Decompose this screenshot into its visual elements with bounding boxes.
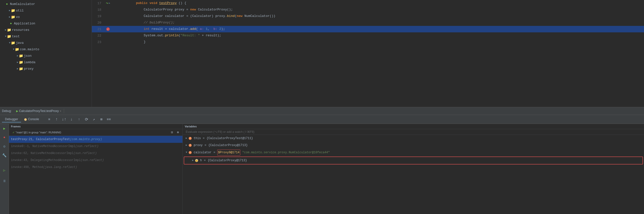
field-icon: f bbox=[189, 144, 192, 147]
var-item-h[interactable]: ▶ 🔒 h = {CalculatorProxy@1713} bbox=[184, 157, 643, 164]
file-tree-sidebar: ● NumCalculator ▶ 📁 util ▶ 📁 vo ● Applic… bbox=[0, 0, 92, 107]
breakpoint-icon[interactable]: ✓ bbox=[106, 27, 110, 31]
line-gutter-21: ✓ bbox=[104, 27, 112, 31]
code-editor: 17 ↷ ⊳ public void testProxy () { 18 Cal… bbox=[92, 0, 644, 107]
toolbar-btn-run-to-cursor[interactable]: ↑ bbox=[76, 116, 82, 123]
tab-debugger[interactable]: Debugger bbox=[2, 117, 21, 123]
folder-icon: 📁 bbox=[7, 28, 11, 32]
debug-label: Debug: bbox=[2, 109, 12, 113]
settings-gear-icon[interactable]: ⚙ bbox=[1, 143, 8, 150]
bookmark-icon: ⊳ bbox=[109, 2, 110, 5]
frames-panel-header: Frames bbox=[9, 124, 182, 129]
spring-icon: ● bbox=[5, 2, 9, 6]
expand-arrow-icon: ▶ bbox=[192, 158, 194, 163]
panels-row: ▶ ● ⚙ 🔧 ▷ ⏸ Frames ✓ "main"@1 in group "… bbox=[0, 124, 644, 214]
folder-icon: 📁 bbox=[11, 9, 15, 13]
toolbar-btn-step-out[interactable]: ↓ bbox=[68, 116, 75, 123]
sidebar-item-label: test bbox=[12, 34, 20, 39]
filter-icon[interactable]: ⊡ bbox=[170, 130, 174, 135]
expand-arrow-icon: ▼ bbox=[186, 150, 187, 155]
toolbar-btn-watch[interactable]: ⊞ bbox=[98, 116, 104, 123]
sidebar-item-proxy[interactable]: ▶ 📁 proxy bbox=[0, 66, 92, 72]
console-icon: ⬤ bbox=[24, 118, 27, 121]
line-number-21: 21 bbox=[92, 27, 104, 31]
line-number-20: 20 bbox=[92, 21, 104, 25]
field-icon: f bbox=[189, 137, 192, 140]
wrench-icon[interactable]: 🔧 bbox=[1, 152, 8, 159]
sidebar-item-label: NumCalculator bbox=[10, 2, 35, 7]
sidebar-item-label: Application bbox=[14, 21, 35, 26]
step-over-icon: ↷ bbox=[106, 1, 108, 6]
sidebar-item-label: vo bbox=[16, 15, 20, 20]
arrow-right-icon: ▶ bbox=[17, 53, 18, 59]
toolbar-btn-lines[interactable]: ≡ bbox=[46, 116, 52, 123]
resume-icon[interactable]: ▶ bbox=[1, 125, 8, 132]
sidebar-item-java[interactable]: ▼ 📁 java bbox=[0, 40, 92, 46]
expand-icon[interactable]: ⊕ bbox=[176, 130, 180, 135]
running-status: ✓ "main"@1 in group "main": RUNNING bbox=[11, 130, 63, 135]
toolbar-btn-step-into[interactable]: ↓↑ bbox=[61, 116, 67, 123]
sidebar-item-util[interactable]: ▶ 📁 util bbox=[0, 8, 92, 14]
line-number-17: 17 bbox=[92, 2, 104, 5]
lock-icon: 🔒 bbox=[195, 159, 198, 162]
expand-arrow-icon: ▶ bbox=[186, 143, 187, 148]
toolbar-btn-goto[interactable]: ↗ bbox=[90, 116, 97, 123]
frame-item-2[interactable]: invoke:62, NativeMethodAccessorImpl (sun… bbox=[9, 150, 182, 157]
arrow-down-icon: ▼ bbox=[9, 40, 10, 46]
toolbar-btn-settings[interactable]: ≡≡ bbox=[106, 116, 112, 123]
arrow-right-icon: ▶ bbox=[9, 15, 10, 20]
sidebar-item-test[interactable]: ▼ 📁 test bbox=[0, 33, 92, 40]
field-icon: f bbox=[189, 151, 192, 154]
frames-toolbar-row: ✓ "main"@1 in group "main": RUNNING ⊡ ⊕ bbox=[9, 129, 182, 136]
arrow-right-icon: ▶ bbox=[9, 8, 10, 14]
sidebar-item-json[interactable]: ▶ 📁 json bbox=[0, 53, 92, 59]
sidebar-item-label: com.mainto bbox=[20, 47, 39, 52]
frame-item-1[interactable]: invoke0:-1, NativeMethodAccessorImpl (su… bbox=[9, 143, 182, 150]
sidebar-item-application[interactable]: ● Application bbox=[0, 20, 92, 27]
sidebar-item-resources[interactable]: ▶ 📁 resources bbox=[0, 27, 92, 33]
sidebar-item-com-mainto[interactable]: ▼ 📁 com.mainto bbox=[0, 46, 92, 53]
frame-item-4[interactable]: invoke:498, Method (java.lang.reflect) bbox=[9, 164, 182, 171]
check-icon: ✓ bbox=[12, 131, 15, 134]
sidebar-item-vo[interactable]: ▶ 📁 vo bbox=[0, 14, 92, 20]
arrow-right-icon: ▶ bbox=[5, 27, 6, 33]
sidebar-item-numcalculator[interactable]: ● NumCalculator bbox=[0, 1, 92, 8]
code-lines: 17 ↷ ⊳ public void testProxy () { 18 Cal… bbox=[92, 0, 644, 45]
tab-console[interactable]: ⬤ Console bbox=[21, 117, 42, 123]
var-item-proxy[interactable]: ▶ f proxy = {CalculatorProxy@1713} bbox=[183, 142, 644, 149]
bottom-panel: Debugger ⬤ Console ≡ ↑ ↓↑ ↓ ↑ ⟳ ↗ ⊞ ≡≡ ▶… bbox=[0, 115, 644, 214]
var-item-this[interactable]: ▶ f this = {CalculatorProxyTest@1711} bbox=[183, 135, 644, 142]
line-number-22: 22 bbox=[92, 34, 104, 38]
line-gutter-17: ↷ ⊳ bbox=[104, 1, 112, 6]
pause-program-icon[interactable]: ⏸ bbox=[1, 178, 8, 185]
line-number-23: 23 bbox=[92, 40, 104, 44]
spring-icon: ● bbox=[9, 22, 13, 26]
line-number-18: 18 bbox=[92, 8, 104, 12]
folder-icon: 📁 bbox=[15, 48, 19, 52]
frame-item-0[interactable]: testProxy:21, CalculatorProxyTest (com.m… bbox=[9, 136, 182, 143]
evaluate-bar[interactable]: Evaluate expression (⌥F8) or add a watch… bbox=[183, 129, 644, 135]
pause-icon[interactable]: ● bbox=[1, 134, 8, 141]
running-text: "main"@1 in group "main": RUNNING bbox=[16, 131, 61, 134]
folder-icon: 📁 bbox=[7, 35, 11, 39]
sidebar-item-label: java bbox=[16, 40, 24, 46]
frames-panel: Frames ✓ "main"@1 in group "main": RUNNI… bbox=[9, 124, 183, 214]
close-tab-icon[interactable]: × bbox=[60, 110, 61, 113]
evaluate-placeholder: Evaluate expression (⌥F8) or add a watch… bbox=[186, 130, 254, 134]
sidebar-item-label: resources bbox=[12, 27, 29, 33]
arrow-down-icon: ▼ bbox=[13, 47, 14, 52]
frames-header-label: Frames bbox=[11, 125, 20, 128]
frame-item-3[interactable]: invoke:43, DelegatingMethodAccessorImpl … bbox=[9, 157, 182, 164]
code-content-23[interactable]: } bbox=[112, 32, 644, 52]
play-debug-icon[interactable]: ▷ bbox=[1, 167, 8, 174]
toolbar-btn-evaluate[interactable]: ⟳ bbox=[83, 116, 90, 123]
main-container: ● NumCalculator ▶ 📁 util ▶ 📁 vo ● Applic… bbox=[0, 0, 644, 214]
var-item-calculator[interactable]: ▼ f calculator = $Proxy9@1714 "com.maint… bbox=[183, 149, 644, 156]
frame-list: testProxy:21, CalculatorProxyTest (com.m… bbox=[9, 136, 182, 214]
tab-group: Debugger ⬤ Console bbox=[2, 117, 42, 123]
folder-icon: 📁 bbox=[19, 54, 23, 58]
toolbar-btn-step-over[interactable]: ↑ bbox=[54, 116, 60, 123]
debug-tab-calculatorproxytest[interactable]: ▶ CalculatorProxyTest.testProxy × bbox=[14, 109, 64, 113]
var-list: ▶ f this = {CalculatorProxyTest@1711} ▶ … bbox=[183, 135, 644, 214]
sidebar-item-lambda[interactable]: ▶ 📁 lambda bbox=[0, 59, 92, 66]
